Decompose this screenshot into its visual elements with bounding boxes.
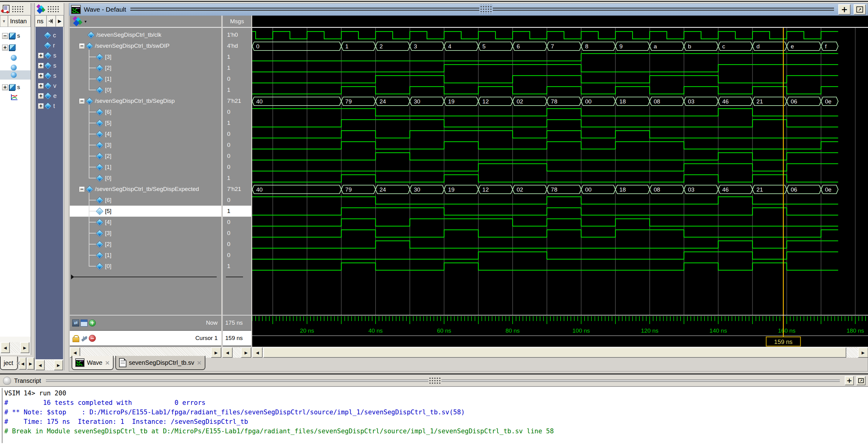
instance-tree-row[interactable]: +s	[0, 83, 31, 92]
lock-cursor-icon[interactable]	[72, 335, 79, 342]
wave-signal-row[interactable]: [0]	[70, 261, 221, 272]
signal-value: 1	[223, 118, 251, 129]
cursor-properties-icon[interactable]	[81, 335, 88, 342]
wave-signal-row[interactable]: [2]	[70, 151, 221, 162]
bus-waveform-segment	[252, 97, 341, 105]
expand-icon[interactable]: +	[38, 73, 44, 78]
objects-row[interactable]: c	[35, 31, 63, 40]
toolbar-grip[interactable]	[11, 5, 25, 13]
wave-signal-row[interactable]: −/sevenSegDispCtrl_tb/SegDisp	[70, 95, 221, 106]
transcript-log[interactable]: VSIM 14> run 200# 16 tests completed wit…	[4, 389, 864, 447]
wave-signal-row[interactable]: [4]	[70, 129, 221, 139]
wave-signal-row[interactable]: [1]	[70, 73, 221, 85]
collapse-icon[interactable]: −	[79, 186, 85, 192]
wave-signal-row[interactable]: [0]	[70, 172, 221, 184]
wave-signal-row[interactable]: [1]	[70, 250, 221, 261]
wave-signal-row[interactable]: [5]	[70, 205, 221, 217]
chevron-down-icon[interactable]: ▾	[85, 19, 87, 24]
signal-name: [6]	[105, 197, 112, 203]
bus-value-label: 3	[414, 43, 417, 50]
wave-titlebar[interactable]: Wave - Default + ↗	[69, 3, 868, 15]
tab-scroll-right-button[interactable]: ▶	[27, 357, 34, 370]
wave-timeline-ruler[interactable]: 20 ns40 ns60 ns80 ns100 ns120 ns140 ns16…	[252, 315, 868, 347]
expand-panel-button[interactable]: ▶	[56, 15, 64, 27]
objects-row[interactable]: +t	[35, 101, 63, 110]
expand-icon[interactable]: +	[38, 53, 44, 59]
expand-icon[interactable]: +	[38, 83, 44, 89]
wave-signal-row[interactable]: [2]	[70, 62, 221, 73]
maximize-transcript-button[interactable]: +	[845, 376, 854, 385]
objects-row[interactable]: r	[35, 41, 63, 50]
titlebar-grip[interactable]	[479, 5, 493, 14]
wave-signal-row[interactable]: [4]	[70, 217, 221, 228]
toolbar-grip[interactable]	[47, 5, 59, 13]
signal-value: 1'h0	[223, 29, 251, 40]
wave-signal-row[interactable]: [0]	[70, 85, 221, 95]
wave-signal-row[interactable]: [6]	[70, 195, 221, 205]
tab-project[interactable]: ject ×	[0, 356, 18, 370]
objects-row[interactable]: +e	[35, 91, 63, 100]
objects-icon[interactable]	[72, 17, 83, 26]
wave-canvas[interactable]: 0123456789abcdef407924301912027800180803…	[252, 28, 868, 315]
wave-signal-row[interactable]: /sevenSegDispCtrl_tb/clk	[70, 29, 221, 40]
close-icon[interactable]: ×	[16, 359, 21, 366]
wave-signal-row[interactable]: [3]	[70, 139, 221, 151]
expand-icon[interactable]: +	[38, 103, 44, 109]
collapse-icon[interactable]: −	[79, 43, 85, 49]
instance-label: s	[17, 32, 20, 39]
bus-value-label: 02	[517, 98, 523, 105]
instance-tree-row[interactable]: −s	[0, 31, 31, 40]
bit-waveform	[252, 87, 838, 94]
objects-row[interactable]: +s	[35, 71, 63, 80]
delete-cursor-icon[interactable]: −	[89, 335, 96, 342]
objects-row[interactable]: +v	[35, 81, 63, 90]
tab-sevensegdispctrl-tb-sv[interactable]: sevenSegDispCtrl_tb.sv×	[115, 356, 205, 370]
objects-column-header[interactable]: ns	[35, 15, 46, 27]
close-icon[interactable]: ×	[196, 359, 202, 366]
undock-button[interactable]: ↗	[854, 4, 866, 15]
wave-signal-row[interactable]: [1]	[70, 162, 221, 172]
instance-tree-row[interactable]	[0, 70, 31, 79]
restore-cursor-icon[interactable]: ⇄	[72, 319, 79, 326]
signal-value: 0	[223, 239, 251, 250]
signal-diamond-icon	[45, 92, 51, 99]
instance-tree-row[interactable]	[0, 92, 31, 102]
transcript-grip[interactable]	[429, 376, 441, 385]
collapse-icon[interactable]: −	[2, 33, 8, 39]
filter-button[interactable]: ▼	[0, 15, 8, 27]
signal-name: /sevenSegDispCtrl_tb/clk	[96, 32, 161, 38]
msgs-column-header[interactable]: Msgs	[222, 15, 251, 28]
close-icon[interactable]: ×	[105, 359, 110, 366]
add-cursor-icon[interactable]: +	[89, 319, 96, 326]
wave-signal-row[interactable]: [3]	[70, 52, 221, 62]
transcript-header[interactable]: Transcript + ↗	[0, 375, 868, 387]
expand-icon[interactable]: +	[2, 85, 8, 90]
cursor-value: 159 ns	[225, 335, 243, 342]
objects-hscrollbar[interactable]: ◀ ▶	[35, 360, 63, 370]
tab-wave[interactable]: Wave×	[72, 356, 114, 370]
instance-tree-row[interactable]: +	[0, 43, 31, 52]
insertion-point-line[interactable]	[73, 277, 217, 277]
objects-row[interactable]: +s	[35, 61, 63, 70]
objects-row[interactable]: +s	[35, 51, 63, 60]
ruler-time-label: 160 ns	[778, 327, 796, 334]
instance-tree-row[interactable]	[0, 53, 31, 62]
wave-signal-row[interactable]: −/sevenSegDispCtrl_tb/SegDispExpected	[70, 184, 221, 195]
undock-transcript-button[interactable]: ↗	[856, 376, 866, 385]
wave-signal-row[interactable]: [3]	[70, 228, 221, 239]
expand-icon[interactable]: +	[2, 45, 8, 51]
wave-signal-row[interactable]: −/sevenSegDispCtrl_tb/swDIP	[70, 40, 221, 52]
signal-name: [0]	[105, 87, 112, 93]
instance-column-header[interactable]: Instan	[8, 15, 31, 27]
bit-waveform	[252, 109, 838, 116]
instance-hscrollbar[interactable]: ◀ ▶	[1, 342, 29, 353]
goto-declaration-button[interactable]	[46, 15, 56, 27]
wave-signal-row[interactable]: [5]	[70, 118, 221, 129]
expand-icon[interactable]: +	[38, 93, 44, 99]
collapse-icon[interactable]: −	[79, 98, 85, 104]
wave-signal-row[interactable]: [2]	[70, 239, 221, 250]
wave-signal-row[interactable]: [6]	[70, 106, 221, 118]
window-icon[interactable]	[81, 319, 88, 326]
zoom-full-button[interactable]: +	[838, 4, 850, 15]
expand-icon[interactable]: +	[38, 63, 44, 68]
